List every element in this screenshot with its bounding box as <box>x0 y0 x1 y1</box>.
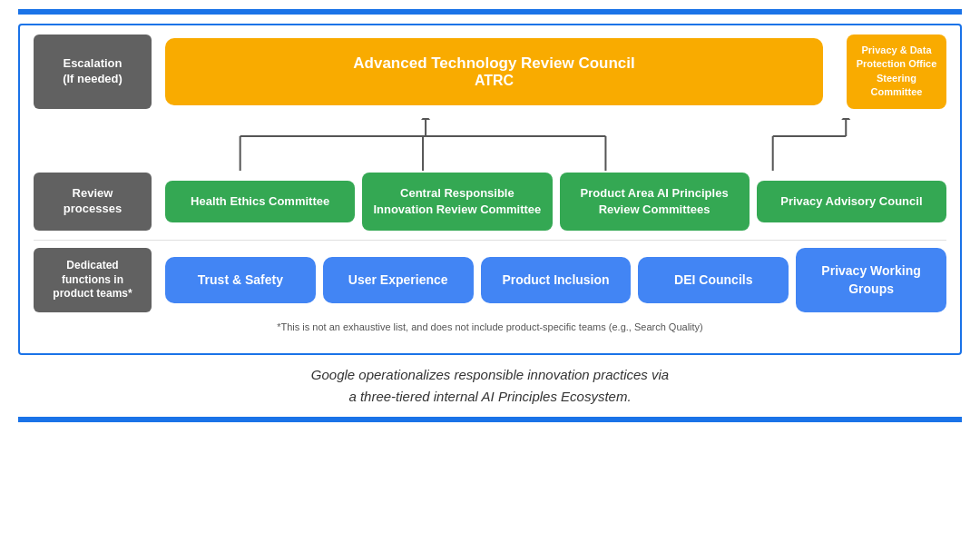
review-row: Review processes Health Ethics Committee… <box>34 173 946 231</box>
review-content: Health Ethics Committee Central Responsi… <box>152 173 946 231</box>
dedicated-label: Dedicated functions in product teams* <box>34 248 152 312</box>
bottom-border <box>18 417 962 422</box>
arrows-svg <box>152 118 946 173</box>
svg-marker-6 <box>421 118 430 120</box>
privacy-advisory-box: Privacy Advisory Council <box>757 181 946 222</box>
dei-councils-box: DEI Councils <box>638 257 789 304</box>
product-area-box: Product Area AI Principles Review Commit… <box>560 173 750 231</box>
atrc-subtitle: ATRC <box>192 73 796 89</box>
privacy-working-box: Privacy Working Groups <box>796 248 946 312</box>
top-border <box>18 9 962 15</box>
diagram: Escalation (If needed) Advanced Technolo… <box>18 24 962 355</box>
product-inclusion-box: Product Inclusion <box>481 257 632 304</box>
footnote: *This is not an exhaustive list, and doe… <box>34 321 946 332</box>
escalation-label: Escalation (If needed) <box>34 35 152 109</box>
privacy-data-box: Privacy & Data Protection Office Steerin… <box>847 35 946 109</box>
section-divider <box>34 240 946 241</box>
trust-safety-box: Trust & Safety <box>165 257 316 304</box>
atrc-box: Advanced Technology Review Council ATRC <box>165 38 823 105</box>
dedicated-row: Dedicated functions in product teams* Tr… <box>34 248 946 312</box>
central-responsible-box: Central Responsible Innovation Review Co… <box>362 173 552 231</box>
user-experience-box: User Experience <box>323 257 474 304</box>
health-ethics-box: Health Ethics Committee <box>165 181 355 222</box>
bottom-line2: a three-tiered internal AI Principles Ec… <box>18 386 962 408</box>
atrc-title: Advanced Technology Review Council <box>192 54 796 73</box>
escalation-content: Advanced Technology Review Council ATRC … <box>152 35 946 109</box>
bottom-text: Google operationalizes responsible innov… <box>18 364 962 408</box>
outer-container: Escalation (If needed) Advanced Technolo… <box>0 0 980 431</box>
escalation-row: Escalation (If needed) Advanced Technolo… <box>34 35 946 109</box>
dedicated-content: Trust & Safety User Experience Product I… <box>152 248 946 312</box>
arrows-content <box>152 118 946 173</box>
arrows-row <box>34 118 946 173</box>
review-label: Review processes <box>34 173 152 231</box>
svg-marker-10 <box>841 118 850 120</box>
bottom-line1: Google operationalizes responsible innov… <box>18 364 962 386</box>
